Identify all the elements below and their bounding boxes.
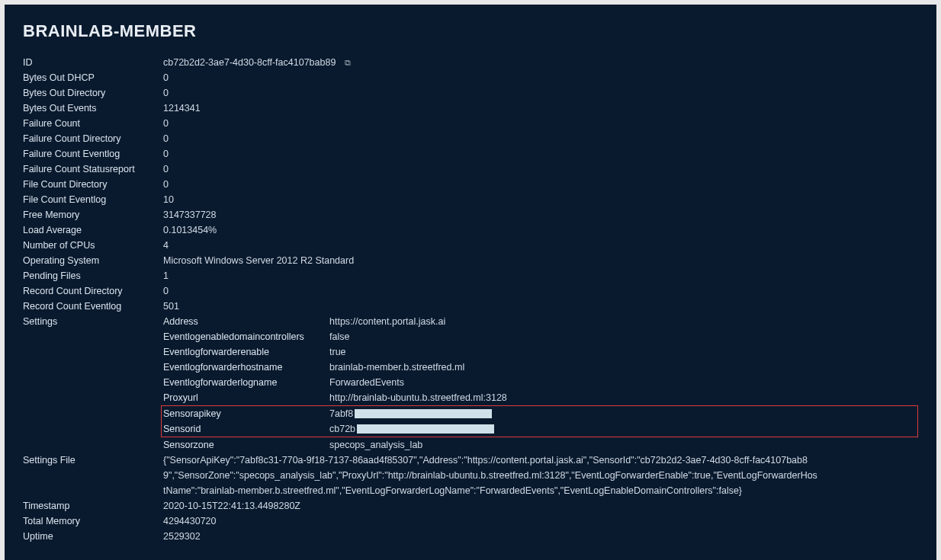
- field-value: 0: [163, 131, 918, 146]
- setting-label: Eventlogforwarderlogname: [163, 375, 329, 390]
- setting-address: Address https://content.portal.jask.ai: [163, 314, 918, 329]
- setting-value: brainlab-member.b.streetfred.ml: [329, 360, 918, 375]
- copy-icon[interactable]: ⧉: [345, 55, 351, 70]
- field-value: 1214341: [163, 101, 918, 116]
- setting-eventlogenabledomaincontrollers: Eventlogenabledomaincontrollers false: [163, 329, 918, 344]
- field-value: {"SensorApiKey":"7abf8c31-770a-9f18-7137…: [163, 453, 819, 498]
- setting-value: http://brainlab-ubuntu.b.streetfred.ml:3…: [329, 390, 918, 405]
- setting-eventlogforwarderenable: Eventlogforwarderenable true: [163, 344, 918, 360]
- field-value: 0: [163, 177, 918, 192]
- details-panel: BRAINLAB-MEMBER ID cb72b2d2-3ae7-4d30-8c…: [5, 5, 936, 560]
- field-label: Settings File: [23, 453, 163, 468]
- field-value: 501: [163, 299, 918, 314]
- field-failure-count-directory: Failure Count Directory 0: [23, 131, 918, 146]
- field-value: 2020-10-15T22:41:13.4498280Z: [163, 498, 918, 514]
- field-label: Bytes Out DHCP: [23, 70, 163, 85]
- field-label: Total Memory: [23, 514, 163, 529]
- setting-sensorapikey: Sensorapikey 7abf8: [163, 406, 916, 421]
- setting-eventlogforwarderlogname: Eventlogforwarderlogname ForwardedEvents: [163, 375, 918, 390]
- field-bytes-out-directory: Bytes Out Directory 0: [23, 85, 918, 101]
- field-value: 0: [163, 146, 918, 162]
- field-record-count-directory: Record Count Directory 0: [23, 283, 918, 299]
- field-value: 1: [163, 268, 918, 283]
- field-file-count-directory: File Count Directory 0: [23, 177, 918, 192]
- field-number-of-cpus: Number of CPUs 4: [23, 238, 918, 253]
- setting-value: true: [329, 344, 918, 360]
- field-label: Failure Count Eventlog: [23, 146, 163, 162]
- field-value: 2529302: [163, 529, 918, 544]
- field-bytes-out-events: Bytes Out Events 1214341: [23, 101, 918, 116]
- field-label: Record Count Eventlog: [23, 299, 163, 314]
- field-failure-count: Failure Count 0: [23, 116, 918, 131]
- field-label: Number of CPUs: [23, 238, 163, 253]
- field-value: 0: [163, 162, 918, 177]
- field-value: 0: [163, 70, 918, 85]
- field-free-memory: Free Memory 3147337728: [23, 207, 918, 222]
- setting-value: 7abf8: [329, 406, 916, 421]
- setting-label: Eventlogforwarderhostname: [163, 360, 329, 375]
- field-label: Failure Count Directory: [23, 131, 163, 146]
- sensorapikey-prefix: 7abf8: [329, 406, 353, 421]
- field-label: Bytes Out Events: [23, 101, 163, 116]
- field-label: Record Count Directory: [23, 283, 163, 299]
- field-record-count-eventlog: Record Count Eventlog 501: [23, 299, 918, 314]
- settings-body: Address https://content.portal.jask.ai E…: [163, 314, 918, 453]
- field-label: Failure Count: [23, 116, 163, 131]
- field-file-count-eventlog: File Count Eventlog 10: [23, 192, 918, 207]
- setting-label: Sensorzone: [163, 437, 329, 453]
- id-value: cb72b2d2-3ae7-4d30-8cff-fac4107bab89: [163, 57, 336, 68]
- setting-sensorzone: Sensorzone specops_analysis_lab: [163, 437, 918, 453]
- field-label: Bytes Out Directory: [23, 85, 163, 101]
- field-failure-count-statusreport: Failure Count Statusreport 0: [23, 162, 918, 177]
- setting-value: false: [329, 329, 918, 344]
- setting-label: Sensorid: [163, 421, 329, 437]
- setting-label: Address: [163, 314, 329, 329]
- field-load-average: Load Average 0.1013454%: [23, 222, 918, 238]
- field-label: Operating System: [23, 253, 163, 268]
- setting-value: cb72b: [329, 421, 916, 437]
- settings-section: Settings Address https://content.portal.…: [23, 314, 918, 453]
- setting-label: Eventlogenabledomaincontrollers: [163, 329, 329, 344]
- setting-label: Proxyurl: [163, 390, 329, 405]
- field-label: Free Memory: [23, 207, 163, 222]
- field-value: Microsoft Windows Server 2012 R2 Standar…: [163, 253, 918, 268]
- setting-label: Eventlogforwarderenable: [163, 344, 329, 360]
- field-operating-system: Operating System Microsoft Windows Serve…: [23, 253, 918, 268]
- sensorid-prefix: cb72b: [329, 421, 355, 437]
- field-id: ID cb72b2d2-3ae7-4d30-8cff-fac4107bab89 …: [23, 55, 918, 70]
- field-label: Uptime: [23, 529, 163, 544]
- field-label: Load Average: [23, 222, 163, 238]
- field-total-memory: Total Memory 4294430720: [23, 514, 918, 529]
- field-bytes-out-dhcp: Bytes Out DHCP 0: [23, 70, 918, 85]
- field-value: 4: [163, 238, 918, 253]
- field-pending-files: Pending Files 1: [23, 268, 918, 283]
- setting-value: https://content.portal.jask.ai: [329, 314, 918, 329]
- field-label: ID: [23, 55, 163, 70]
- redacted-block: [355, 409, 492, 418]
- setting-label: Sensorapikey: [163, 406, 329, 421]
- setting-proxyurl: Proxyurl http://brainlab-ubuntu.b.street…: [163, 390, 918, 405]
- redacted-block: [357, 424, 494, 434]
- page-title: BRAINLAB-MEMBER: [23, 21, 918, 41]
- setting-sensorid: Sensorid cb72b: [163, 421, 916, 437]
- field-timestamp: Timestamp 2020-10-15T22:41:13.4498280Z: [23, 498, 918, 514]
- field-value: 0: [163, 283, 918, 299]
- field-label: Failure Count Statusreport: [23, 162, 163, 177]
- field-value: 10: [163, 192, 918, 207]
- field-value: 4294430720: [163, 514, 918, 529]
- setting-value: ForwardedEvents: [329, 375, 918, 390]
- settings-label: Settings: [23, 314, 163, 329]
- field-label: File Count Directory: [23, 177, 163, 192]
- field-failure-count-eventlog: Failure Count Eventlog 0: [23, 146, 918, 162]
- setting-value: specops_analysis_lab: [329, 437, 918, 453]
- field-uptime: Uptime 2529302: [23, 529, 918, 544]
- field-value: cb72b2d2-3ae7-4d30-8cff-fac4107bab89 ⧉: [163, 55, 918, 70]
- field-value: 0: [163, 85, 918, 101]
- field-label: File Count Eventlog: [23, 192, 163, 207]
- field-label: Timestamp: [23, 498, 163, 514]
- setting-eventlogforwarderhostname: Eventlogforwarderhostname brainlab-membe…: [163, 360, 918, 375]
- field-label: Pending Files: [23, 268, 163, 283]
- field-value: 0.1013454%: [163, 222, 918, 238]
- field-settings-file: Settings File {"SensorApiKey":"7abf8c31-…: [23, 453, 918, 498]
- field-value: 3147337728: [163, 207, 918, 222]
